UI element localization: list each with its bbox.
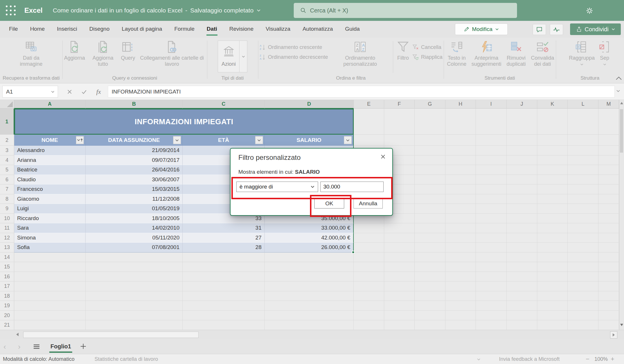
ribbon-button-raggruppa[interactable]: Raggruppa (567, 39, 596, 69)
table-header-cell-et[interactable]: ETÀ (183, 135, 265, 146)
cell-D15[interactable] (265, 262, 354, 272)
cell-G2[interactable] (415, 135, 445, 146)
cell-K5[interactable] (537, 165, 568, 175)
ribbon-button-aggiorna[interactable]: Aggiorna (62, 39, 87, 62)
ribbon-button-rimuovi-duplicati[interactable]: Rimuovi duplicati (503, 39, 529, 68)
cell-K10[interactable] (537, 214, 568, 224)
cell-D21[interactable] (265, 320, 354, 330)
cell-F15[interactable] (384, 262, 415, 272)
zoom-in-button[interactable]: + (611, 354, 614, 364)
cell-B8[interactable]: 11/12/2008 (86, 194, 183, 204)
cell-K1[interactable] (537, 109, 568, 135)
insert-function-button[interactable]: fx (92, 86, 105, 98)
cell-F13[interactable] (384, 243, 415, 253)
cell-I4[interactable] (476, 156, 507, 165)
cell-B15[interactable] (86, 262, 183, 272)
cell-A5[interactable]: Beatrice (14, 165, 86, 175)
cell-G15[interactable] (415, 262, 445, 272)
cell-M2[interactable] (598, 135, 619, 146)
row-header-3[interactable]: 3 (0, 146, 14, 156)
column-header-A[interactable]: A (14, 100, 86, 109)
row-header-13[interactable]: 13 (0, 243, 14, 253)
cell-D13[interactable]: 26.000,00 € (265, 243, 354, 253)
cell-D14[interactable] (265, 253, 354, 262)
cell-F19[interactable] (384, 301, 415, 311)
cell-J5[interactable] (507, 165, 537, 175)
cell-L18[interactable] (568, 291, 598, 301)
cell-J2[interactable] (507, 135, 537, 146)
row-header-16[interactable]: 16 (0, 272, 14, 282)
ribbon-button-riapplica[interactable]: Riapplica (411, 52, 444, 62)
row-header-9[interactable]: 9 (0, 204, 14, 214)
cell-H12[interactable] (445, 233, 476, 243)
cell-K9[interactable] (537, 204, 568, 214)
tab-home[interactable]: Home (24, 21, 51, 38)
cell-J11[interactable] (507, 223, 537, 233)
cell-J8[interactable] (507, 194, 537, 204)
zoom-level[interactable]: 100% (594, 354, 608, 364)
cell-A6[interactable]: Claudio (14, 175, 86, 185)
filter-dropdown-button-nome[interactable] (76, 136, 84, 144)
cell-G19[interactable] (415, 301, 445, 311)
cell-M10[interactable] (598, 214, 619, 224)
cell-I1[interactable] (476, 109, 507, 135)
activity-button[interactable] (550, 24, 563, 35)
table-header-cell-nome[interactable]: NOME (14, 135, 86, 146)
cell-I16[interactable] (476, 272, 507, 282)
search-input[interactable]: Cerca (Alt + X) (294, 3, 517, 18)
calc-mode-status[interactable]: Modalità di calcolo: Automatico (3, 354, 75, 364)
row-header-11[interactable]: 11 (0, 223, 14, 233)
cell-J21[interactable] (507, 320, 537, 330)
cell-F2[interactable] (384, 135, 415, 146)
scroll-up-icon[interactable] (620, 102, 623, 105)
column-header-L[interactable]: L (568, 100, 598, 109)
cell-L5[interactable] (568, 165, 598, 175)
cell-I14[interactable] (476, 253, 507, 262)
cell-I18[interactable] (476, 291, 507, 301)
cell-H10[interactable] (445, 214, 476, 224)
cell-L7[interactable] (568, 184, 598, 194)
tab-layout-di-pagina[interactable]: Layout di pagina (116, 21, 168, 38)
cell-A12[interactable]: Simona (14, 233, 86, 243)
cell-B20[interactable] (86, 311, 183, 321)
cell-E21[interactable] (354, 320, 384, 330)
cell-H15[interactable] (445, 262, 476, 272)
cell-D11[interactable]: 33.000,00 € (265, 223, 354, 233)
cell-K6[interactable] (537, 175, 568, 185)
cell-B21[interactable] (86, 320, 183, 330)
cell-I6[interactable] (476, 175, 507, 185)
cell-H7[interactable] (445, 184, 476, 194)
split-dropdown-arrow[interactable] (239, 41, 247, 72)
cell-G13[interactable] (415, 243, 445, 253)
cell-A14[interactable] (14, 253, 86, 262)
document-title-bar[interactable]: Come ordinare i dati in un foglio di cal… (53, 0, 261, 21)
add-sheet-button[interactable] (79, 342, 88, 352)
cell-K21[interactable] (537, 320, 568, 330)
cell-M6[interactable] (598, 175, 619, 185)
cell-J16[interactable] (507, 272, 537, 282)
ribbon-button-collegamenti-alle-cartelle-di-lavoro[interactable]: Collegamenti alle cartelle di lavoro (137, 39, 207, 68)
cell-B11[interactable]: 14/02/2010 (86, 223, 183, 233)
cell-F21[interactable] (384, 320, 415, 330)
cell-D18[interactable] (265, 291, 354, 301)
cell-K13[interactable] (537, 243, 568, 253)
tab-visualizza[interactable]: Visualizza (260, 21, 296, 38)
ribbon-button-dati-da-immagine[interactable]: Dati da immagine (12, 39, 50, 68)
cell-A21[interactable] (14, 320, 86, 330)
cell-A15[interactable] (14, 262, 86, 272)
cell-G17[interactable] (415, 281, 445, 291)
cell-G9[interactable] (415, 204, 445, 214)
cell-J10[interactable] (507, 214, 537, 224)
ribbon-button-sep[interactable]: Sep (596, 39, 613, 69)
cell-E1[interactable] (354, 109, 384, 135)
column-header-G[interactable]: G (415, 100, 445, 109)
ok-button[interactable]: OK (314, 199, 344, 208)
cell-J6[interactable] (507, 175, 537, 185)
cell-F1[interactable] (384, 109, 415, 135)
comments-button[interactable] (533, 24, 546, 35)
cell-L19[interactable] (568, 301, 598, 311)
cell-B9[interactable]: 01/05/2019 (86, 204, 183, 214)
cell-B7[interactable]: 15/03/2015 (86, 184, 183, 194)
chevron-down-icon[interactable] (51, 90, 55, 94)
cell-M1[interactable] (598, 109, 619, 135)
